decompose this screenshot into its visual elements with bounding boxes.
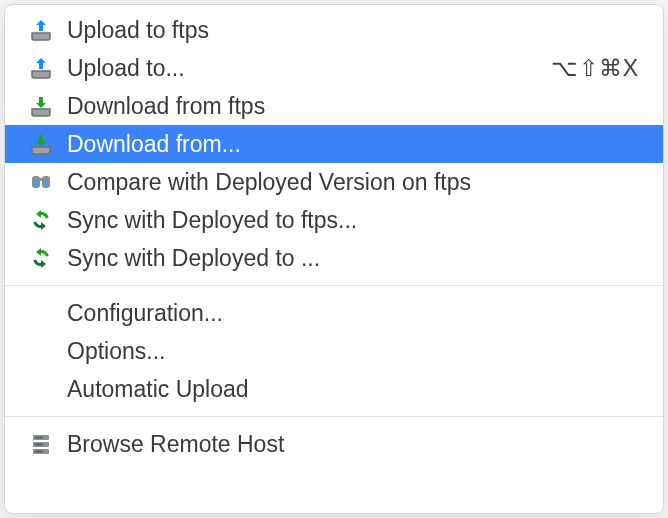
menu-item-label: Sync with Deployed to ftps... — [67, 207, 639, 234]
menu-item-compare-deployed[interactable]: Compare with Deployed Version on ftps — [5, 163, 663, 201]
sync-icon — [27, 206, 55, 234]
menu-item-options[interactable]: Options... — [5, 332, 663, 370]
download-icon — [27, 130, 55, 158]
deployment-context-menu: Upload to ftps Upload to... ⌥⇧⌘X Downloa… — [4, 4, 664, 514]
menu-item-label: Download from ftps — [67, 93, 639, 120]
server-icon — [27, 430, 55, 458]
menu-item-download-from-ftps[interactable]: Download from ftps — [5, 87, 663, 125]
menu-item-label: Upload to... — [67, 55, 551, 82]
menu-separator — [5, 416, 663, 417]
upload-icon — [27, 54, 55, 82]
sync-icon — [27, 244, 55, 272]
menu-item-label: Download from... — [67, 131, 639, 158]
menu-separator — [5, 285, 663, 286]
menu-item-sync-deployed-to[interactable]: Sync with Deployed to ... — [5, 239, 663, 277]
menu-item-download-from[interactable]: Download from... — [5, 125, 663, 163]
menu-item-sync-deployed-ftps[interactable]: Sync with Deployed to ftps... — [5, 201, 663, 239]
menu-item-shortcut: ⌥⇧⌘X — [551, 55, 639, 82]
menu-item-label: Upload to ftps — [67, 17, 639, 44]
menu-item-label: Configuration... — [67, 300, 639, 327]
menu-item-configuration[interactable]: Configuration... — [5, 294, 663, 332]
compare-icon — [27, 168, 55, 196]
upload-icon — [27, 16, 55, 44]
menu-item-upload-to[interactable]: Upload to... ⌥⇧⌘X — [5, 49, 663, 87]
menu-item-label: Automatic Upload — [67, 376, 639, 403]
menu-item-label: Options... — [67, 338, 639, 365]
menu-item-label: Sync with Deployed to ... — [67, 245, 639, 272]
download-icon — [27, 92, 55, 120]
menu-item-upload-to-ftps[interactable]: Upload to ftps — [5, 11, 663, 49]
menu-item-label: Compare with Deployed Version on ftps — [67, 169, 639, 196]
menu-item-label: Browse Remote Host — [67, 431, 639, 458]
menu-item-browse-remote-host[interactable]: Browse Remote Host — [5, 425, 663, 463]
menu-item-automatic-upload[interactable]: Automatic Upload — [5, 370, 663, 408]
